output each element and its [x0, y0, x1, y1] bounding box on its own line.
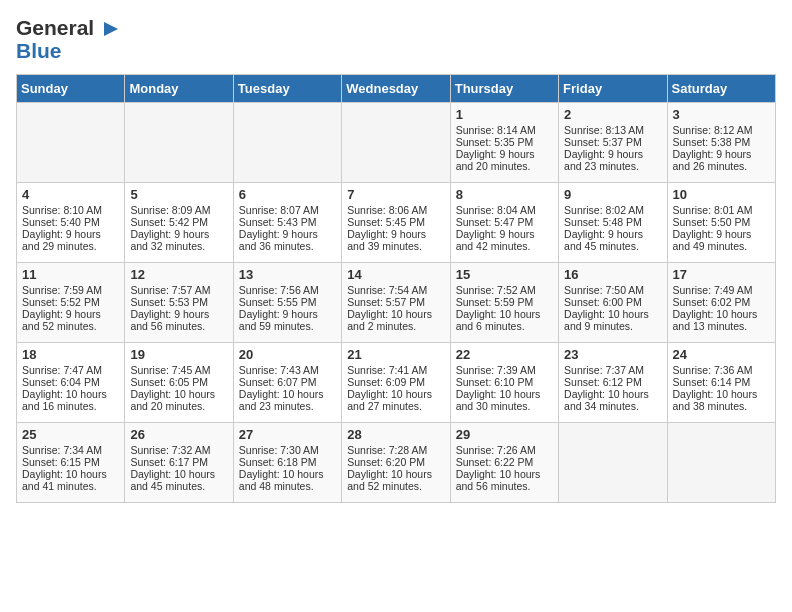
sunset-text: Sunset: 6:12 PM — [564, 376, 661, 388]
daylight-text: Daylight: 10 hours and 38 minutes. — [673, 388, 770, 412]
daylight-text: Daylight: 10 hours and 9 minutes. — [564, 308, 661, 332]
col-header-monday: Monday — [125, 75, 233, 103]
sunset-text: Sunset: 6:20 PM — [347, 456, 444, 468]
sunrise-text: Sunrise: 7:50 AM — [564, 284, 661, 296]
sunset-text: Sunset: 6:22 PM — [456, 456, 553, 468]
day-number: 15 — [456, 267, 553, 282]
day-number: 17 — [673, 267, 770, 282]
day-cell: 3Sunrise: 8:12 AMSunset: 5:38 PMDaylight… — [667, 103, 775, 183]
sunset-text: Sunset: 6:18 PM — [239, 456, 336, 468]
sunset-text: Sunset: 6:10 PM — [456, 376, 553, 388]
sunset-text: Sunset: 6:02 PM — [673, 296, 770, 308]
logo-arrow-icon — [102, 20, 120, 38]
day-number: 25 — [22, 427, 119, 442]
sunrise-text: Sunrise: 7:52 AM — [456, 284, 553, 296]
sunrise-text: Sunrise: 7:59 AM — [22, 284, 119, 296]
daylight-text: Daylight: 9 hours and 23 minutes. — [564, 148, 661, 172]
day-cell — [125, 103, 233, 183]
col-header-sunday: Sunday — [17, 75, 125, 103]
sunrise-text: Sunrise: 7:32 AM — [130, 444, 227, 456]
daylight-text: Daylight: 9 hours and 26 minutes. — [673, 148, 770, 172]
daylight-text: Daylight: 10 hours and 2 minutes. — [347, 308, 444, 332]
day-number: 4 — [22, 187, 119, 202]
daylight-text: Daylight: 9 hours and 42 minutes. — [456, 228, 553, 252]
day-cell: 27Sunrise: 7:30 AMSunset: 6:18 PMDayligh… — [233, 423, 341, 503]
day-cell: 22Sunrise: 7:39 AMSunset: 6:10 PMDayligh… — [450, 343, 558, 423]
day-number: 14 — [347, 267, 444, 282]
sunset-text: Sunset: 6:17 PM — [130, 456, 227, 468]
day-number: 27 — [239, 427, 336, 442]
daylight-text: Daylight: 9 hours and 20 minutes. — [456, 148, 553, 172]
sunrise-text: Sunrise: 7:37 AM — [564, 364, 661, 376]
day-cell: 15Sunrise: 7:52 AMSunset: 5:59 PMDayligh… — [450, 263, 558, 343]
sunrise-text: Sunrise: 8:12 AM — [673, 124, 770, 136]
logo-general: General — [16, 16, 120, 39]
sunset-text: Sunset: 6:05 PM — [130, 376, 227, 388]
sunset-text: Sunset: 5:57 PM — [347, 296, 444, 308]
sunset-text: Sunset: 5:35 PM — [456, 136, 553, 148]
sunset-text: Sunset: 6:15 PM — [22, 456, 119, 468]
sunrise-text: Sunrise: 8:07 AM — [239, 204, 336, 216]
day-cell: 14Sunrise: 7:54 AMSunset: 5:57 PMDayligh… — [342, 263, 450, 343]
header-row: SundayMondayTuesdayWednesdayThursdayFrid… — [17, 75, 776, 103]
daylight-text: Daylight: 10 hours and 34 minutes. — [564, 388, 661, 412]
sunrise-text: Sunrise: 7:26 AM — [456, 444, 553, 456]
sunrise-text: Sunrise: 7:36 AM — [673, 364, 770, 376]
day-cell — [17, 103, 125, 183]
day-cell: 25Sunrise: 7:34 AMSunset: 6:15 PMDayligh… — [17, 423, 125, 503]
sunrise-text: Sunrise: 7:28 AM — [347, 444, 444, 456]
daylight-text: Daylight: 9 hours and 52 minutes. — [22, 308, 119, 332]
sunrise-text: Sunrise: 7:45 AM — [130, 364, 227, 376]
week-row-3: 11Sunrise: 7:59 AMSunset: 5:52 PMDayligh… — [17, 263, 776, 343]
sunset-text: Sunset: 6:07 PM — [239, 376, 336, 388]
day-number: 24 — [673, 347, 770, 362]
day-cell: 5Sunrise: 8:09 AMSunset: 5:42 PMDaylight… — [125, 183, 233, 263]
day-number: 11 — [22, 267, 119, 282]
day-cell: 7Sunrise: 8:06 AMSunset: 5:45 PMDaylight… — [342, 183, 450, 263]
page-header: General Blue — [16, 16, 776, 62]
sunset-text: Sunset: 5:42 PM — [130, 216, 227, 228]
day-number: 26 — [130, 427, 227, 442]
sunset-text: Sunset: 5:43 PM — [239, 216, 336, 228]
day-cell: 28Sunrise: 7:28 AMSunset: 6:20 PMDayligh… — [342, 423, 450, 503]
day-number: 3 — [673, 107, 770, 122]
sunrise-text: Sunrise: 8:13 AM — [564, 124, 661, 136]
day-cell: 1Sunrise: 8:14 AMSunset: 5:35 PMDaylight… — [450, 103, 558, 183]
day-cell: 26Sunrise: 7:32 AMSunset: 6:17 PMDayligh… — [125, 423, 233, 503]
daylight-text: Daylight: 10 hours and 52 minutes. — [347, 468, 444, 492]
day-cell: 21Sunrise: 7:41 AMSunset: 6:09 PMDayligh… — [342, 343, 450, 423]
logo-blue: Blue — [16, 39, 120, 62]
sunrise-text: Sunrise: 8:09 AM — [130, 204, 227, 216]
daylight-text: Daylight: 9 hours and 36 minutes. — [239, 228, 336, 252]
daylight-text: Daylight: 10 hours and 48 minutes. — [239, 468, 336, 492]
day-number: 18 — [22, 347, 119, 362]
col-header-wednesday: Wednesday — [342, 75, 450, 103]
sunrise-text: Sunrise: 8:01 AM — [673, 204, 770, 216]
day-number: 19 — [130, 347, 227, 362]
day-cell: 19Sunrise: 7:45 AMSunset: 6:05 PMDayligh… — [125, 343, 233, 423]
sunset-text: Sunset: 5:48 PM — [564, 216, 661, 228]
daylight-text: Daylight: 10 hours and 6 minutes. — [456, 308, 553, 332]
sunrise-text: Sunrise: 7:47 AM — [22, 364, 119, 376]
sunset-text: Sunset: 5:53 PM — [130, 296, 227, 308]
daylight-text: Daylight: 9 hours and 59 minutes. — [239, 308, 336, 332]
sunset-text: Sunset: 6:14 PM — [673, 376, 770, 388]
day-number: 16 — [564, 267, 661, 282]
col-header-saturday: Saturday — [667, 75, 775, 103]
col-header-friday: Friday — [559, 75, 667, 103]
logo: General Blue — [16, 16, 120, 62]
daylight-text: Daylight: 10 hours and 27 minutes. — [347, 388, 444, 412]
sunset-text: Sunset: 5:45 PM — [347, 216, 444, 228]
day-number: 28 — [347, 427, 444, 442]
daylight-text: Daylight: 10 hours and 30 minutes. — [456, 388, 553, 412]
daylight-text: Daylight: 10 hours and 20 minutes. — [130, 388, 227, 412]
day-number: 20 — [239, 347, 336, 362]
sunrise-text: Sunrise: 7:43 AM — [239, 364, 336, 376]
svg-marker-0 — [104, 22, 118, 36]
daylight-text: Daylight: 9 hours and 49 minutes. — [673, 228, 770, 252]
day-number: 1 — [456, 107, 553, 122]
day-cell: 11Sunrise: 7:59 AMSunset: 5:52 PMDayligh… — [17, 263, 125, 343]
sunrise-text: Sunrise: 7:54 AM — [347, 284, 444, 296]
day-cell: 17Sunrise: 7:49 AMSunset: 6:02 PMDayligh… — [667, 263, 775, 343]
daylight-text: Daylight: 9 hours and 29 minutes. — [22, 228, 119, 252]
